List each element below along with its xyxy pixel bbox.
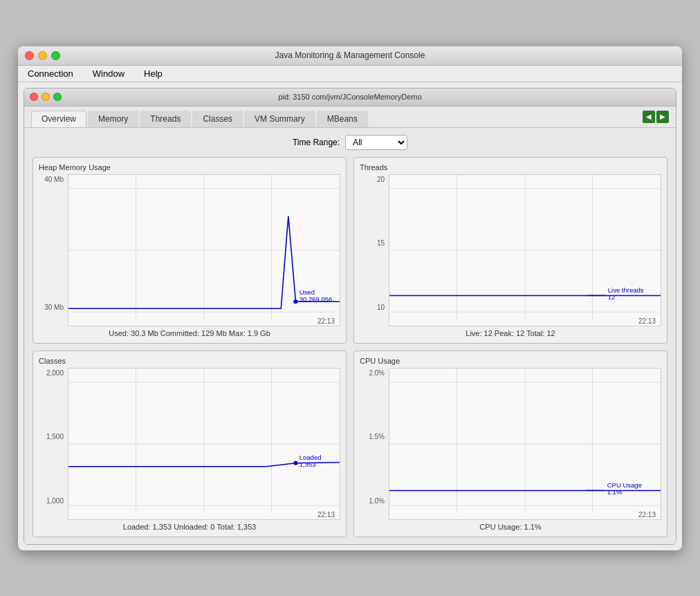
inner-close-button[interactable] [30, 93, 38, 101]
maximize-button[interactable] [51, 51, 60, 60]
svg-text:12: 12 [608, 294, 616, 301]
window-title: Java Monitoring & Management Console [275, 50, 425, 60]
classes-footer: Loaded: 1,353 Unloaded: 0 Total: 1,353 [39, 523, 340, 531]
inner-minimize-button[interactable] [42, 93, 50, 101]
tabs-bar: Overview Memory Threads Classes VM Summa… [24, 106, 676, 128]
heap-y-axis: 40 Mb 30 Mb [39, 174, 66, 313]
threads-footer: Live: 12 Peak: 12 Total: 12 [360, 329, 661, 337]
classes-x-label: 22:13 [317, 511, 335, 519]
title-bar: Java Monitoring & Management Console [18, 46, 682, 66]
tab-vm-summary[interactable]: VM Summary [244, 111, 315, 127]
heap-memory-panel: Heap Memory Usage 40 Mb 30 Mb [33, 157, 347, 344]
classes-chart-area: Loaded 1,353 [68, 368, 340, 520]
tab-memory[interactable]: Memory [88, 111, 138, 127]
svg-text:Live threads: Live threads [608, 287, 644, 294]
heap-footer: Used: 30.3 Mb Committed: 129 Mb Max: 1.9… [39, 329, 340, 337]
classes-title: Classes [39, 357, 340, 365]
inner-window-title: pid: 3150 com/jvm/JConsoleMemoryDemo [278, 93, 421, 101]
svg-text:Used: Used [300, 289, 315, 296]
time-range-row: Time Range: All 1 min 5 min 10 min 30 mi… [33, 135, 667, 150]
heap-memory-title: Heap Memory Usage [39, 163, 340, 171]
cpu-x-label: 22:13 [638, 511, 656, 519]
inner-title-bar: pid: 3150 com/jvm/JConsoleMemoryDemo [24, 89, 676, 106]
tab-threads[interactable]: Threads [140, 111, 191, 127]
svg-text:1.1%: 1.1% [607, 489, 623, 496]
tab-classes[interactable]: Classes [192, 111, 243, 127]
svg-point-6 [293, 299, 297, 304]
cpu-title: CPU Usage [360, 357, 661, 365]
threads-title: Threads [360, 163, 661, 171]
menu-help[interactable]: Help [140, 67, 167, 80]
svg-text:30,269,056: 30,269,056 [300, 296, 333, 303]
charts-grid: Heap Memory Usage 40 Mb 30 Mb [33, 157, 667, 537]
time-range-select[interactable]: All 1 min 5 min 10 min 30 min [345, 135, 407, 150]
threads-panel: Threads 20 15 10 [353, 157, 667, 344]
cpu-y-axis: 2.0% 1.5% 1.0% [360, 368, 387, 506]
heap-x-label: 22:13 [317, 317, 335, 325]
cpu-panel: CPU Usage 2.0% 1.5% 1.0% [353, 351, 667, 537]
inner-maximize-button[interactable] [53, 93, 62, 101]
threads-x-label: 22:13 [638, 317, 656, 325]
heap-chart-area: Used 30,269,056 [68, 174, 340, 326]
cpu-footer: CPU Usage: 1.1% [360, 523, 661, 531]
threads-chart-area: Live threads 12 [389, 174, 661, 326]
inner-window: pid: 3150 com/jvm/JConsoleMemoryDemo Ove… [24, 88, 676, 545]
minimize-button[interactable] [38, 51, 47, 60]
arrow-left: ◀ [643, 111, 655, 123]
time-range-label: Time Range: [293, 138, 340, 147]
svg-point-24 [293, 460, 297, 465]
cpu-chart-area: CPU Usage 1.1% [389, 368, 661, 520]
svg-text:Loaded: Loaded [300, 454, 322, 461]
content-area: Time Range: All 1 min 5 min 10 min 30 mi… [24, 128, 676, 544]
arrow-right: ▶ [656, 111, 669, 123]
svg-text:CPU Usage: CPU Usage [607, 482, 642, 489]
menu-connection[interactable]: Connection [24, 67, 77, 80]
connection-indicator: ◀ ▶ [643, 111, 669, 123]
menu-bar: Connection Window Help [18, 66, 682, 82]
threads-y-axis: 20 15 10 [360, 174, 387, 313]
classes-y-axis: 2,000 1,500 1,000 [39, 368, 66, 506]
close-button[interactable] [25, 51, 34, 60]
tab-overview[interactable]: Overview [31, 111, 86, 127]
inner-window-controls [30, 93, 62, 101]
menu-window[interactable]: Window [89, 67, 129, 80]
tab-mbeans[interactable]: MBeans [317, 111, 368, 127]
svg-text:1,353: 1,353 [300, 460, 316, 467]
main-window: Java Monitoring & Management Console Con… [18, 46, 682, 550]
classes-panel: Classes 2,000 1,500 1,000 [33, 351, 347, 537]
window-controls [25, 51, 60, 60]
